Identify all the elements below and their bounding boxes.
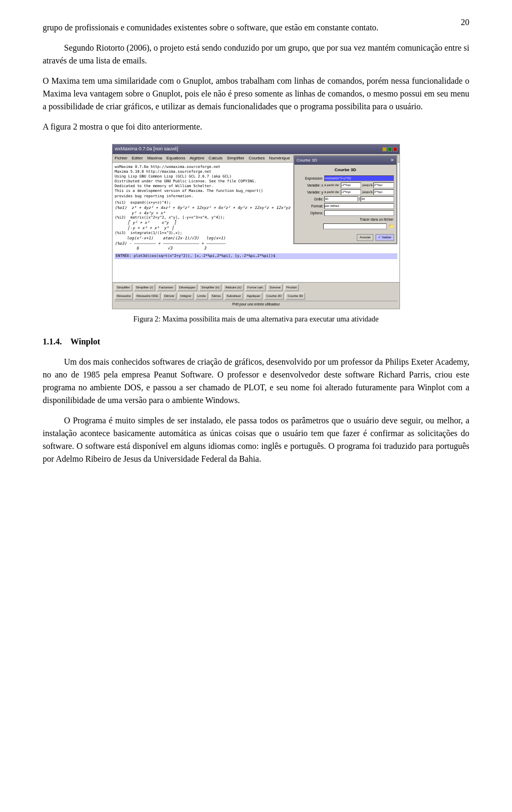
btn-factoriser[interactable]: Factoriser: [157, 284, 175, 291]
btn-series[interactable]: Séries: [210, 293, 223, 300]
btn-courbe-2d[interactable]: Courbe 2D: [264, 293, 284, 300]
menu-numerique: Numérique: [269, 155, 290, 162]
valider-button[interactable]: ✓ Valider: [375, 234, 394, 241]
btn-appliquer[interactable]: Appliquer: [245, 293, 262, 300]
dialog-close-icon: ✕: [390, 163, 394, 164]
dialog-title: Courbe 3D: [297, 163, 317, 164]
after-paragraph-2: O Programa é muito simples de ser instal…: [43, 414, 469, 465]
window-controls: [382, 147, 397, 151]
window-title: wxMaxima 0.7.0a [non sauvé]: [115, 146, 178, 153]
menu-fichier: Fichier: [115, 155, 127, 162]
section-heading: 1.1.4. Winplot: [43, 335, 469, 348]
paragraph-4: A figura 2 mostra o que foi dito anterio…: [43, 120, 469, 133]
window-titlebar: wxMaxima 0.7.0a [non sauvé]: [113, 144, 399, 154]
menu-algebre: Algèbre: [190, 155, 205, 162]
btn-courbe-3d[interactable]: Courbe 3D: [285, 293, 305, 300]
after-paragraph-1: Um dos mais conhecidos softwares de cria…: [43, 356, 469, 407]
btn-simplifier[interactable]: Simplifier: [115, 284, 132, 291]
btn-deriver[interactable]: Dériver: [162, 293, 177, 300]
section-title: Winplot: [70, 337, 100, 346]
folder-icon: 📁: [389, 223, 394, 230]
menu-courbes: Courbes: [249, 155, 265, 162]
courbe-3d-dialog: Courbe 3D ✕ Courbe 3D Expression: cos(sq…: [293, 163, 397, 244]
page-number: 20: [461, 16, 469, 29]
section-number: 1.1.4.: [43, 337, 62, 346]
menu-simplifier: Simplifier: [227, 155, 244, 162]
btn-forme-cart[interactable]: Forme cart.: [245, 284, 266, 291]
paragraph-1: grupo de profissionais e comunidades exi…: [43, 21, 469, 34]
paragraph-3: O Maxima tem uma similaridade com o Gnup…: [43, 75, 469, 113]
btn-somme[interactable]: Somme: [267, 284, 283, 291]
menu-maxima: Maxima: [147, 155, 162, 162]
btn-substituer[interactable]: Substituer: [225, 293, 243, 300]
figure-2: wxMaxima 0.7.0a [non sauvé] Fichier Edit…: [43, 144, 469, 325]
menu-editer: Editer: [132, 155, 143, 162]
btn-reduire-tr[interactable]: Réduire (tr): [223, 284, 243, 291]
paragraph-2: Segundo Riotorto (2006), o projeto está …: [43, 42, 469, 67]
window-toolbar: Simplifier Simplifier (r) Factoriser Dév…: [113, 282, 399, 309]
btn-developper[interactable]: Développer: [177, 284, 198, 291]
btn-resoudre-ode[interactable]: Résoudre ODE: [134, 293, 161, 300]
menu-calculs: Calculs: [209, 155, 222, 162]
annuler-button[interactable]: Annuler: [357, 234, 373, 241]
btn-integrer[interactable]: Intégrer: [178, 293, 194, 300]
figure-image: wxMaxima 0.7.0a [non sauvé] Fichier Edit…: [112, 144, 400, 309]
btn-limite[interactable]: Limite: [195, 293, 208, 300]
btn-resoudre[interactable]: Résoudre: [115, 293, 133, 300]
btn-simplifier-r[interactable]: Simplifier (r): [134, 284, 155, 291]
btn-simplifier-tr[interactable]: Simplifier (tr): [199, 284, 221, 291]
btn-produit[interactable]: Produit: [284, 284, 299, 291]
menu-equations: Equations: [166, 155, 186, 162]
window-content: wxMaxima 0.7.0a http://wxmaxima.sourcefo…: [113, 163, 399, 282]
figure-caption: Figura 2: Maxima possibilita mais de uma…: [133, 313, 379, 325]
